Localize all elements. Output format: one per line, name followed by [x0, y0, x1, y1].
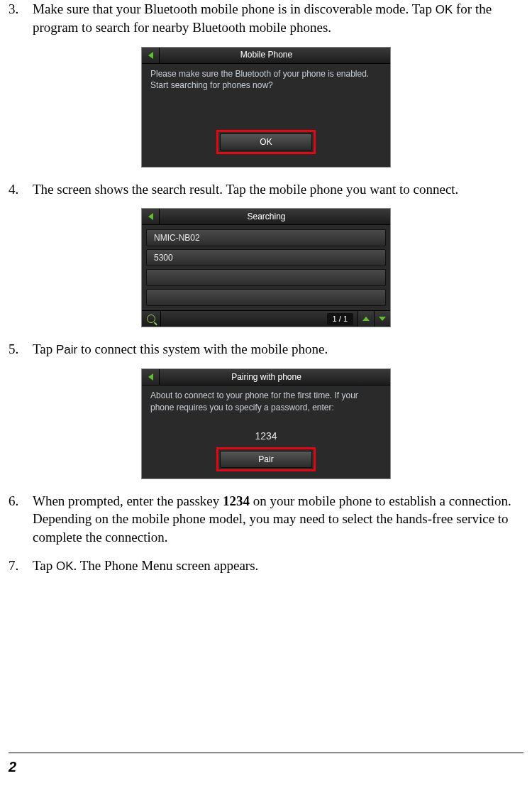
dialog-message: Please make sure the Bluetooth of your p… — [149, 68, 383, 95]
screenshot-mobile-phone: Mobile Phone Please make sure the Blueto… — [141, 47, 391, 168]
step-number: 4. — [9, 180, 33, 199]
step-4: 4. The screen shows the search result. T… — [9, 180, 523, 199]
pair-button[interactable]: Pair — [220, 451, 312, 468]
step-6: 6. When prompted, enter the passkey 1234… — [9, 492, 523, 547]
dialog-header: Pairing with phone — [142, 369, 390, 385]
step-number: 7. — [9, 557, 33, 575]
step-text: Make sure that your Bluetooth mobile pho… — [33, 0, 523, 37]
list-item[interactable]: 5300 — [146, 249, 386, 266]
dialog-header: Mobile Phone — [142, 48, 390, 64]
back-icon — [148, 373, 153, 381]
back-button[interactable] — [142, 209, 160, 224]
list-item[interactable] — [146, 289, 386, 306]
search-icon — [147, 315, 155, 323]
list-item[interactable] — [146, 269, 386, 286]
back-icon — [148, 52, 153, 59]
dialog-footer: 1 / 1 — [142, 310, 390, 327]
dialog-header: Searching — [142, 209, 390, 225]
step-text: The screen shows the search result. Tap … — [33, 180, 523, 199]
step-5: 5. Tap Pair to connect this system with … — [9, 340, 523, 359]
step-text: Tap OK. The Phone Menu screen appears. — [33, 557, 523, 575]
step-7: 7. Tap OK. The Phone Menu screen appears… — [9, 557, 523, 575]
highlight-box: Pair — [216, 447, 316, 471]
dialog-title: Searching — [160, 211, 373, 222]
dialog-message: About to connect to your phone for the f… — [149, 390, 383, 417]
step-number: 5. — [9, 340, 33, 359]
step-number: 6. — [9, 492, 33, 547]
page-number: 2 — [0, 756, 532, 782]
back-button[interactable] — [142, 48, 160, 63]
passkey-display: 1234 — [149, 430, 383, 443]
page-up-button[interactable] — [358, 311, 374, 327]
back-button[interactable] — [142, 369, 160, 385]
screenshot-pairing: Pairing with phone About to connect to y… — [141, 368, 391, 478]
passkey-value: 1234 — [223, 493, 250, 508]
screenshot-searching: Searching NMIC-NB02 5300 1 / 1 — [141, 208, 391, 327]
back-icon — [148, 213, 153, 220]
step-3: 3. Make sure that your Bluetooth mobile … — [9, 0, 523, 37]
ok-label: OK — [56, 559, 74, 573]
search-button[interactable] — [142, 311, 161, 327]
ok-label: OK — [436, 3, 453, 16]
highlight-box: OK — [216, 130, 316, 154]
step-text: Tap Pair to connect this system with the… — [33, 340, 523, 359]
pair-label: Pair — [56, 343, 77, 356]
dialog-title: Mobile Phone — [160, 49, 373, 60]
chevron-down-icon — [379, 317, 386, 321]
step-number: 3. — [9, 0, 33, 37]
page-indicator: 1 / 1 — [327, 313, 353, 325]
page-down-button[interactable] — [374, 311, 390, 327]
chevron-up-icon — [362, 317, 370, 321]
dialog-title: Pairing with phone — [160, 371, 373, 383]
step-text: When prompted, enter the passkey 1234 on… — [33, 492, 523, 547]
list-item[interactable]: NMIC-NB02 — [146, 229, 386, 246]
ok-button[interactable]: OK — [220, 133, 312, 151]
